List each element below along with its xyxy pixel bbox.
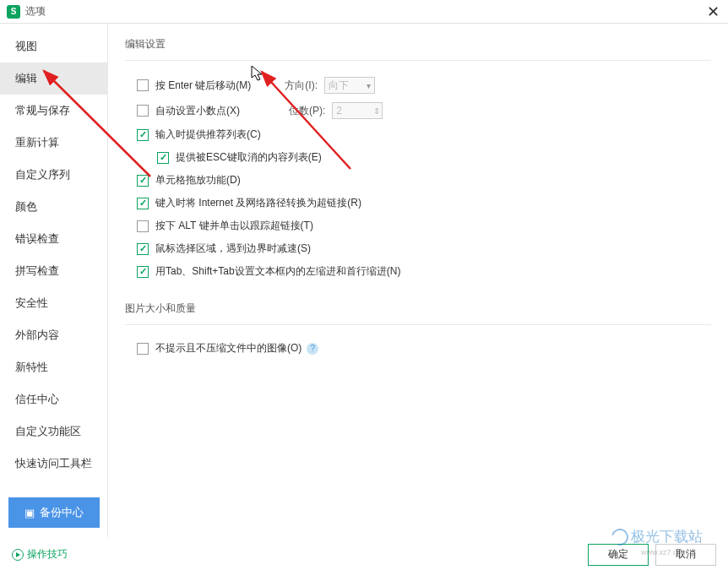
sidebar-item-label: 自定义功能区 (15, 425, 81, 437)
row-image-compress: 不提示且不压缩文件中的图像(O) ? (125, 337, 711, 360)
sidebar-item-spell-check[interactable]: 拼写检查 (0, 255, 107, 287)
play-icon (12, 549, 24, 561)
sidebar-item-label: 拼写检查 (15, 264, 59, 277)
checkbox-label: 不提示且不压缩文件中的图像(O) (155, 341, 302, 356)
sidebar-item-new-features[interactable]: 新特性 (0, 351, 107, 383)
footer-buttons: 确定 取消 (588, 544, 716, 566)
app-logo-icon: S (7, 5, 20, 19)
checkbox-label: 单元格拖放功能(D) (155, 173, 241, 187)
checkbox-label: 鼠标选择区域，遇到边界时减速(S) (155, 242, 311, 256)
sidebar-item-label: 安全性 (15, 296, 48, 309)
row-auto-decimal: 自动设置小数点(X) 位数(P): 2 (125, 98, 711, 123)
section-image-quality-header: 图片大小和质量 (125, 296, 711, 325)
titlebar: S 选项 ✕ (0, 0, 728, 24)
sidebar-item-label: 颜色 (15, 200, 37, 213)
sidebar-item-error-check[interactable]: 错误检查 (0, 223, 107, 255)
checkbox-tab-indent[interactable] (137, 266, 149, 278)
places-group: 位数(P): 2 (289, 102, 383, 119)
checkbox-recommend-list[interactable] (137, 129, 149, 141)
row-internet-hyperlink: 键入时将 Internet 及网络路径转换为超链接(R) (125, 192, 711, 214)
checkbox-cell-drag[interactable] (137, 175, 149, 187)
sidebar-item-label: 编辑 (15, 72, 37, 84)
sidebar-item-external-content[interactable]: 外部内容 (0, 319, 107, 351)
sidebar-item-label: 外部内容 (15, 328, 59, 341)
places-label: 位数(P): (289, 104, 325, 118)
row-alt-hyperlink: 按下 ALT 键并单击以跟踪超链接(T) (125, 214, 711, 237)
places-spinner[interactable]: 2 (332, 102, 383, 119)
ok-button[interactable]: 确定 (588, 544, 649, 566)
close-icon[interactable]: ✕ (704, 3, 721, 21)
checkbox-label: 输入时提供推荐列表(C) (155, 128, 261, 142)
backup-center-button[interactable]: ▣ 备份中心 (8, 497, 100, 528)
sidebar-item-general-save[interactable]: 常规与保存 (0, 95, 107, 127)
backup-label: 备份中心 (40, 505, 84, 520)
checkbox-label: 提供被ESC键取消的内容列表(E) (176, 150, 322, 165)
sidebar-item-label: 快速访问工具栏 (15, 457, 92, 470)
sidebar-item-custom-ribbon[interactable]: 自定义功能区 (0, 415, 107, 448)
checkbox-label: 按 Enter 键后移动(M) (155, 79, 251, 93)
footer: 操作技巧 确定 取消 (0, 538, 728, 570)
row-mouse-slow: 鼠标选择区域，遇到边界时减速(S) (125, 237, 711, 260)
sidebar-item-label: 新特性 (15, 361, 48, 373)
sidebar-item-label: 重新计算 (15, 136, 59, 149)
row-recommend-list: 输入时提供推荐列表(C) (125, 123, 711, 146)
checkbox-enter-move[interactable] (137, 79, 149, 91)
row-tab-indent: 用Tab、Shift+Tab设置文本框内的左缩进和首行缩进(N) (125, 260, 711, 283)
sidebar-item-label: 错误检查 (15, 232, 59, 245)
sidebar-item-label: 自定义序列 (15, 168, 70, 181)
direction-label: 方向(I): (285, 79, 318, 93)
section-edit-settings-header: 编辑设置 (125, 32, 711, 61)
tips-link[interactable]: 操作技巧 (12, 547, 68, 562)
sidebar-item-label: 视图 (15, 40, 37, 52)
checkbox-internet-hyperlink[interactable] (137, 198, 149, 209)
checkbox-alt-hyperlink[interactable] (137, 220, 149, 232)
row-esc-cancel-list: 提供被ESC键取消的内容列表(E) (125, 146, 711, 169)
sidebar-item-label: 信任中心 (15, 393, 59, 405)
sidebar-item-edit[interactable]: 编辑 (0, 62, 107, 95)
checkbox-image-compress[interactable] (137, 343, 149, 355)
content-panel: 编辑设置 按 Enter 键后移动(M) 方向(I): 向下 自动设置小数点(X… (108, 24, 728, 537)
checkbox-mouse-slow[interactable] (137, 243, 149, 255)
window-title: 选项 (25, 4, 46, 19)
sidebar-item-color[interactable]: 颜色 (0, 191, 107, 223)
sidebar-item-quick-toolbar[interactable]: 快速访问工具栏 (0, 448, 107, 480)
sidebar-item-trust-center[interactable]: 信任中心 (0, 383, 107, 415)
checkbox-label: 按下 ALT 键并单击以跟踪超链接(T) (155, 219, 313, 233)
checkbox-label: 用Tab、Shift+Tab设置文本框内的左缩进和首行缩进(N) (155, 264, 400, 279)
main-area: 视图 编辑 常规与保存 重新计算 自定义序列 颜色 错误检查 拼写检查 安全性 … (0, 24, 728, 537)
checkbox-auto-decimal[interactable] (137, 105, 149, 117)
backup-icon: ▣ (24, 507, 35, 519)
cancel-button[interactable]: 取消 (655, 544, 716, 566)
checkbox-label: 键入时将 Internet 及网络路径转换为超链接(R) (155, 196, 361, 210)
sidebar-item-recalculate[interactable]: 重新计算 (0, 127, 107, 159)
direction-select[interactable]: 向下 (324, 77, 375, 94)
row-enter-move: 按 Enter 键后移动(M) 方向(I): 向下 (125, 73, 711, 98)
sidebar-item-view[interactable]: 视图 (0, 30, 107, 62)
checkbox-label: 自动设置小数点(X) (155, 104, 240, 118)
checkbox-esc-cancel-list[interactable] (157, 152, 169, 164)
sidebar-item-security[interactable]: 安全性 (0, 287, 107, 319)
tips-label: 操作技巧 (27, 547, 68, 562)
sidebar-item-label: 常规与保存 (15, 104, 70, 117)
row-cell-drag: 单元格拖放功能(D) (125, 169, 711, 192)
sidebar: 视图 编辑 常规与保存 重新计算 自定义序列 颜色 错误检查 拼写检查 安全性 … (0, 24, 108, 537)
direction-group: 方向(I): 向下 (285, 77, 375, 94)
sidebar-item-custom-list[interactable]: 自定义序列 (0, 159, 107, 191)
help-icon[interactable]: ? (307, 343, 318, 355)
